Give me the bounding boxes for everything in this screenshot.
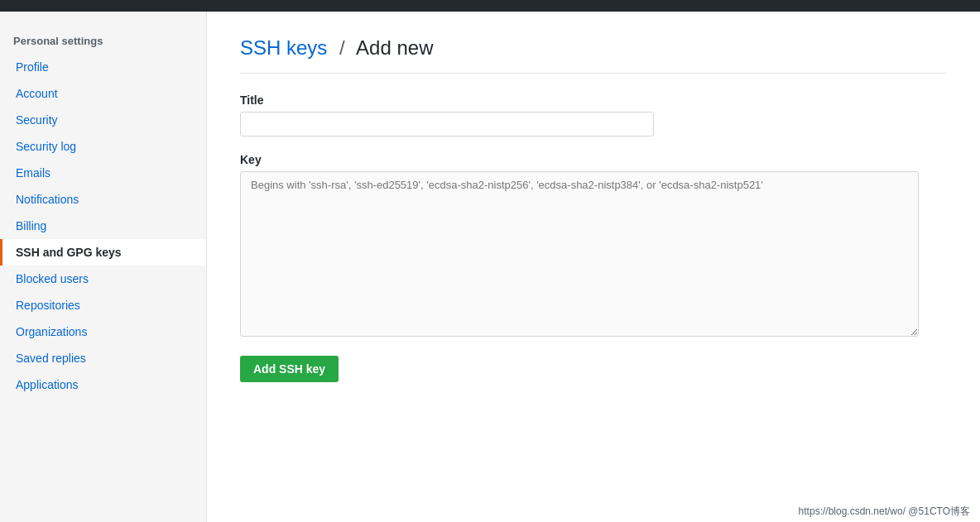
add-ssh-key-button[interactable]: Add SSH key bbox=[240, 356, 339, 382]
sidebar-item-account[interactable]: Account bbox=[0, 80, 206, 107]
title-input[interactable] bbox=[240, 112, 654, 136]
main-content: SSH keys / Add new Title Key Add SSH key bbox=[207, 12, 980, 522]
sidebar-item-security-log[interactable]: Security log bbox=[0, 133, 206, 160]
key-form-group: Key bbox=[240, 153, 947, 339]
sidebar-item-emails[interactable]: Emails bbox=[0, 160, 206, 186]
key-textarea[interactable] bbox=[240, 171, 919, 337]
sidebar-item-applications[interactable]: Applications bbox=[0, 371, 206, 398]
sidebar-item-organizations[interactable]: Organizations bbox=[0, 318, 206, 345]
sidebar-item-saved-replies[interactable]: Saved replies bbox=[0, 345, 206, 371]
sidebar-item-blocked-users[interactable]: Blocked users bbox=[0, 266, 206, 292]
footer-bar: https://blog.csdn.net/wo/ @51CTO博客 bbox=[789, 501, 980, 522]
sidebar-item-repositories[interactable]: Repositories bbox=[0, 292, 206, 318]
sidebar-item-notifications[interactable]: Notifications bbox=[0, 186, 206, 213]
breadcrumb-separator: / bbox=[339, 36, 345, 59]
title-form-group: Title bbox=[240, 93, 947, 136]
sidebar-heading: Personal settings bbox=[0, 28, 206, 54]
breadcrumb-current: Add new bbox=[356, 36, 433, 59]
top-bar bbox=[0, 0, 980, 12]
sidebar: Personal settings Profile Account Securi… bbox=[0, 12, 207, 522]
breadcrumb-link[interactable]: SSH keys bbox=[240, 36, 327, 59]
sidebar-item-billing[interactable]: Billing bbox=[0, 213, 206, 239]
sidebar-item-ssh-gpg-keys[interactable]: SSH and GPG keys bbox=[0, 239, 206, 266]
page-title: SSH keys / Add new bbox=[240, 36, 947, 74]
key-label: Key bbox=[240, 153, 947, 166]
sidebar-item-security[interactable]: Security bbox=[0, 107, 206, 133]
page-container: Personal settings Profile Account Securi… bbox=[0, 12, 980, 522]
title-label: Title bbox=[240, 93, 947, 107]
sidebar-item-profile[interactable]: Profile bbox=[0, 54, 206, 80]
